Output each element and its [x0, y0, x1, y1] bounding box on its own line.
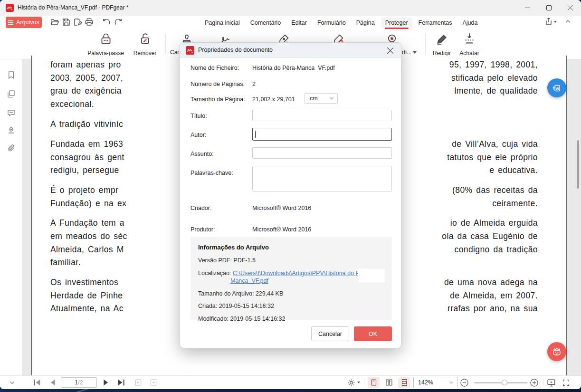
created-date: Criada: 2019-05-15 14:16:32 — [198, 302, 384, 310]
tab-ferramentas[interactable]: Ferramentas — [414, 18, 457, 28]
zoom-slider[interactable] — [474, 382, 527, 383]
fullscreen-button[interactable] — [562, 379, 570, 387]
collapse-ribbon-icon[interactable] — [564, 18, 574, 28]
cancel-button[interactable]: Cancelar — [311, 326, 349, 341]
tab-pagina-inicial[interactable]: Pagina inicial — [200, 18, 244, 28]
page-number-input[interactable]: 1/2 — [61, 377, 97, 388]
continuous-scroll-view-button[interactable] — [398, 377, 410, 388]
unit-value: cm — [310, 95, 318, 102]
doc-text-line: tatutos que ele próprio — [447, 152, 538, 163]
text-cursor — [255, 131, 256, 138]
save-as-icon[interactable] — [73, 18, 83, 27]
keywords-textarea[interactable] — [252, 166, 392, 191]
collapse-sidebar-icon[interactable] — [9, 379, 16, 386]
arquivos-label: Arquivos — [16, 19, 39, 26]
redact-button[interactable]: Redigir — [428, 32, 456, 57]
next-page-button[interactable] — [102, 378, 111, 387]
subject-input[interactable] — [252, 147, 392, 159]
doc-text-line: de Almeida, em 2007. — [450, 290, 538, 301]
two-page-view-button[interactable] — [383, 377, 395, 388]
doc-text-line: excecional. — [50, 99, 181, 109]
doc-text-line: rrafas por ano, na sua — [448, 303, 538, 314]
active-tab-underline — [385, 28, 409, 29]
tab-formulario[interactable]: Formulário — [313, 18, 350, 28]
doc-text-line: consagrou às gent — [50, 152, 181, 163]
redo-icon[interactable] — [114, 18, 124, 27]
zoom-slider-thumb[interactable] — [502, 380, 507, 385]
svg-text:W: W — [555, 86, 559, 91]
previous-page-button[interactable] — [48, 378, 57, 387]
remove-security-button[interactable]: Remover — [129, 32, 161, 57]
zoom-level-select[interactable]: 142% — [413, 377, 458, 388]
redact-marker-icon — [435, 39, 448, 47]
share-icon[interactable] — [544, 17, 554, 27]
convert-to-word-button[interactable]: W — [547, 78, 566, 97]
author-input[interactable] — [252, 128, 392, 141]
doc-text-line: condigno da tradição — [455, 244, 538, 255]
brightness-caret-icon[interactable] — [357, 382, 360, 383]
comment-icon[interactable] — [7, 108, 16, 118]
doc-text-line: em meados do séc — [50, 231, 181, 241]
previous-view-button[interactable] — [134, 378, 143, 387]
last-page-button[interactable] — [116, 378, 126, 387]
doc-text-line: redigiu, persegue — [50, 165, 181, 175]
presentation-mode-button[interactable] — [547, 378, 556, 387]
zoom-caret-icon — [449, 382, 454, 384]
ok-button[interactable]: OK — [354, 326, 392, 341]
tab-pagina[interactable]: Página — [352, 18, 379, 28]
maximize-button[interactable] — [538, 0, 560, 16]
pdf-version: Versão PDF: PDF-1.5 — [198, 257, 384, 265]
dialog-close-icon[interactable] — [384, 45, 396, 56]
zoom-in-button[interactable] — [530, 378, 539, 387]
doc-text-line: familiar. — [50, 257, 181, 268]
author-field-label: Autor: — [190, 132, 206, 138]
title-input[interactable] — [252, 110, 392, 121]
single-page-view-button[interactable] — [368, 377, 380, 388]
dialog-header[interactable]: Propriedades do documento — [180, 43, 401, 58]
signature-field-icon[interactable] — [7, 126, 16, 135]
robot-icon — [551, 346, 562, 357]
undo-icon[interactable] — [102, 18, 111, 27]
doc-text-line: A tradição vitiviníc — [50, 119, 181, 129]
doc-text-line: io de Almeida erguida — [450, 218, 538, 228]
vertical-scrollbar-thumb[interactable] — [577, 140, 579, 189]
tab-editar[interactable]: Editar — [287, 18, 311, 28]
separator — [425, 33, 426, 54]
flatten-icon — [463, 39, 476, 47]
file-location-link[interactable]: C:\Users\I\Downloads\Artigos\PPV\Históri… — [230, 270, 370, 285]
arquivos-menu-button[interactable]: Arquivos — [6, 17, 42, 28]
zoom-out-button[interactable] — [460, 378, 469, 387]
brightness-theme-icon[interactable] — [347, 379, 355, 387]
pdfgear-logo-icon — [186, 46, 194, 55]
tab-ajuda[interactable]: Ajuda — [458, 18, 482, 28]
attachment-icon[interactable] — [7, 143, 16, 153]
tab-comentario[interactable]: Comentário — [246, 18, 286, 28]
current-page: 1 — [75, 379, 78, 386]
file-name-value: História do Pêra-Manca_VF.pdf — [252, 65, 335, 71]
save-icon[interactable] — [62, 18, 71, 27]
certify-label-partial[interactable]: rti... — [402, 49, 417, 56]
close-button[interactable] — [560, 0, 581, 16]
share-caret-icon[interactable] — [554, 21, 557, 23]
page-thumbnails-icon[interactable] — [7, 89, 16, 99]
print-icon[interactable] — [85, 18, 94, 27]
page-count-value: 2 — [252, 81, 256, 87]
next-view-button[interactable] — [149, 378, 158, 387]
menu-row: Arquivos Pagina inicial Comentário Edita… — [0, 16, 581, 29]
open-file-icon[interactable] — [50, 18, 60, 27]
minimize-button[interactable] — [517, 0, 538, 16]
flatten-button[interactable]: Achatar — [455, 32, 484, 57]
first-page-button[interactable] — [32, 378, 42, 387]
redacted-area — [358, 269, 385, 282]
page-count-label: Número de Páginas: — [190, 81, 245, 87]
document-properties-dialog: Propriedades do documento Nome do Fichei… — [180, 42, 401, 348]
tab-proteger[interactable]: Proteger — [381, 18, 412, 28]
password-button[interactable]: Palavra-passe — [86, 32, 126, 57]
assistant-robot-button[interactable] — [547, 342, 566, 361]
page-size-unit-select[interactable]: cm — [305, 93, 338, 104]
bookmark-icon[interactable] — [7, 70, 16, 80]
title-field-label: Título: — [190, 113, 207, 119]
file-info-heading: Informações do Arquivo — [198, 244, 384, 251]
total-pages: /2 — [78, 379, 83, 386]
producer-label: Produtor: — [190, 226, 215, 233]
